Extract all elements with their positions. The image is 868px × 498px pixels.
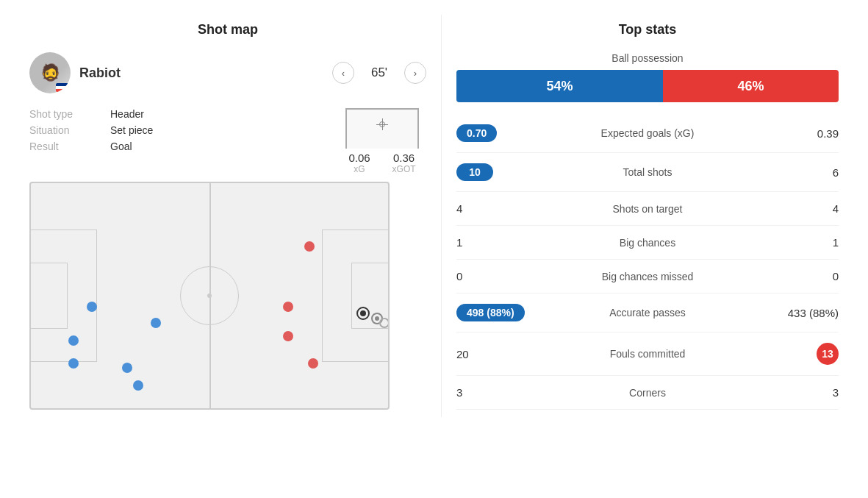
stat-row-2: 4 Shots on target 4 — [456, 192, 839, 226]
stat-left-badge-0: 0.70 — [456, 124, 497, 142]
possession-right-value: 46% — [737, 79, 764, 94]
stat-right-3: 1 — [833, 236, 839, 249]
stat-left-7: 3 — [456, 386, 462, 399]
stat-label-3: Big chances — [545, 237, 750, 249]
flag-red — [56, 89, 69, 92]
stat-right-7: 3 — [833, 386, 839, 399]
stat-right-cell-7: 3 — [750, 386, 839, 399]
stat-right-cell-2: 4 — [750, 202, 839, 215]
stat-left-cell-6: 20 — [456, 348, 545, 360]
situation-value: Set piece — [110, 124, 345, 136]
stat-right-cell-4: 0 — [750, 270, 839, 282]
main-container: Shot map 🧔 Rabiot ‹ 65' › Shot type — [0, 15, 868, 417]
shot-dot-blue-3 — [68, 358, 79, 369]
time-label: 65' — [365, 65, 394, 80]
xg-item: 0.06 xG — [348, 152, 370, 174]
stat-right-cell-0: 0.39 — [750, 127, 839, 140]
goal-shot-dot-3 — [379, 318, 390, 328]
player-name: Rabiot — [79, 65, 323, 81]
stat-right-cell-3: 1 — [750, 236, 839, 249]
right-goal — [388, 281, 390, 310]
stat-label-5: Accurate passes — [545, 307, 750, 319]
xgot-label: xGOT — [392, 164, 416, 174]
stat-left-cell-5: 498 (88%) — [456, 304, 545, 321]
stat-right-cell-1: 6 — [750, 166, 839, 179]
prev-button[interactable]: ‹ — [332, 62, 354, 84]
stat-rows-container: 0.70 Expected goals (xG) 0.39 10 Total s… — [456, 114, 839, 410]
shot-dot-red-4 — [308, 358, 318, 369]
possession-left: 54% — [456, 70, 663, 102]
xgot-value: 0.36 — [392, 152, 416, 164]
stat-label-0: Expected goals (xG) — [545, 127, 750, 139]
top-stats-panel: Top stats Ball possession 54% 46% 0.70 E… — [441, 15, 853, 417]
time-nav: ‹ 65' › — [332, 62, 426, 84]
stat-right-0: 0.39 — [817, 127, 839, 140]
stat-left-6: 20 — [456, 348, 469, 360]
possession-label: Ball possession — [456, 52, 839, 64]
stats-title: Top stats — [456, 22, 839, 38]
stat-right-5: 433 (88%) — [788, 307, 839, 319]
stat-row-0: 0.70 Expected goals (xG) 0.39 — [456, 114, 839, 153]
stat-left-3: 1 — [456, 236, 462, 249]
possession-left-value: 54% — [546, 79, 573, 94]
stat-right-badge-6: 13 — [817, 343, 839, 365]
xg-label: xG — [348, 164, 370, 174]
goal-shot-dot — [356, 307, 370, 320]
stat-right-cell-5: 433 (88%) — [750, 307, 839, 319]
possession-bar: 54% 46% — [456, 70, 839, 102]
stat-label-4: Big chances missed — [545, 271, 750, 282]
result-label: Result — [29, 140, 103, 152]
player-header: 🧔 Rabiot ‹ 65' › — [29, 52, 426, 93]
stat-left-cell-0: 0.70 — [456, 124, 545, 142]
shot-type-value: Header — [110, 108, 345, 120]
next-button[interactable]: › — [404, 62, 426, 84]
left-box-inner — [31, 263, 68, 329]
stat-label-7: Corners — [545, 387, 750, 399]
pitch-container — [29, 182, 426, 410]
stat-row-4: 0 Big chances missed 0 — [456, 260, 839, 294]
stat-left-2: 4 — [456, 202, 462, 215]
stat-row-3: 1 Big chances 1 — [456, 226, 839, 260]
possession-right: 46% — [663, 70, 839, 102]
stat-right-1: 6 — [833, 166, 839, 179]
stat-left-cell-1: 10 — [456, 163, 545, 181]
shot-map-panel: Shot map 🧔 Rabiot ‹ 65' › Shot type — [15, 15, 441, 417]
stat-left-4: 0 — [456, 270, 462, 282]
flag-badge — [56, 83, 69, 92]
goal-frame — [345, 108, 419, 149]
situation-label: Situation — [29, 124, 103, 136]
stat-label-6: Fouls committed — [545, 348, 750, 360]
player-avatar: 🧔 — [29, 52, 71, 93]
shot-dot-red-3 — [283, 331, 293, 341]
stat-right-2: 4 — [833, 202, 839, 215]
stat-row-6: 20 Fouls committed 13 — [456, 332, 839, 376]
shot-dot-blue-1 — [87, 302, 97, 312]
stat-label-1: Total shots — [545, 166, 750, 178]
shot-dot-blue-5 — [122, 363, 132, 373]
stat-row-5: 498 (88%) Accurate passes 433 (88%) — [456, 294, 839, 332]
result-value: Goal — [110, 140, 345, 152]
xg-row: 0.06 xG 0.36 xGOT — [348, 152, 415, 174]
xgot-item: 0.36 xGOT — [392, 152, 416, 174]
xg-value: 0.06 — [348, 152, 370, 164]
stat-row-1: 10 Total shots 6 — [456, 153, 839, 192]
shot-map-title: Shot map — [29, 22, 426, 38]
goal-target — [376, 118, 388, 130]
stat-right-cell-6: 13 — [750, 343, 839, 365]
stat-left-cell-3: 1 — [456, 236, 545, 249]
shot-details: Shot type Header Situation Set piece Res… — [29, 108, 345, 152]
shot-dot-blue-2 — [68, 335, 79, 346]
center-dot — [207, 294, 212, 298]
shot-dot-blue-4 — [151, 318, 161, 328]
shot-dot-red-2 — [283, 302, 293, 312]
left-goal — [29, 281, 31, 310]
shot-dot-red-1 — [304, 241, 315, 252]
stat-left-badge-5: 498 (88%) — [456, 304, 525, 321]
stat-left-cell-4: 0 — [456, 270, 545, 282]
stat-label-2: Shots on target — [545, 203, 750, 215]
stat-left-cell-7: 3 — [456, 386, 545, 399]
pitch — [29, 182, 390, 410]
stat-right-4: 0 — [833, 270, 839, 282]
stat-left-cell-2: 4 — [456, 202, 545, 215]
stat-left-badge-1: 10 — [456, 163, 493, 181]
